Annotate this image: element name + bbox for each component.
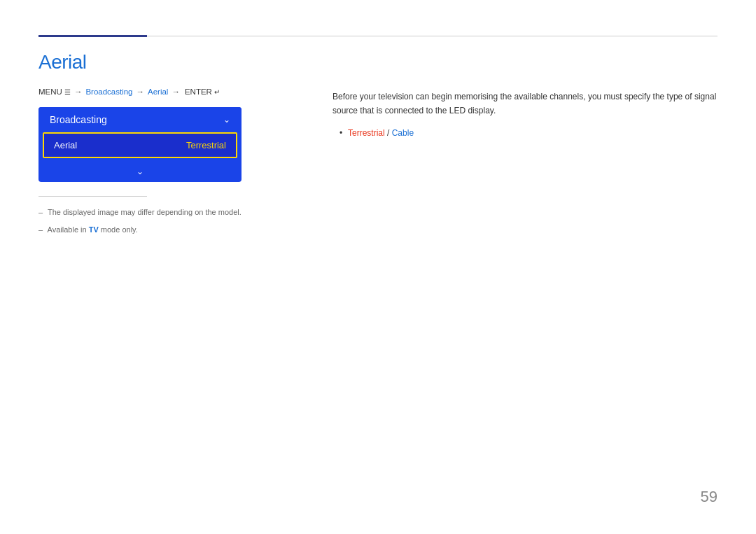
note-1: – The displayed image may differ dependi…	[38, 206, 304, 218]
bullet-list: Terrestrial / Cable	[332, 127, 718, 140]
enter-icon: ↵	[214, 88, 220, 96]
note-dash-1: –	[38, 208, 43, 216]
bullet-cable: Cable	[392, 128, 414, 138]
ui-panel-footer: ⌄	[38, 164, 241, 182]
breadcrumb-broadcasting: Broadcasting	[85, 87, 132, 96]
note-dash-2: –	[38, 225, 43, 234]
menu-icon: ☰	[64, 88, 71, 96]
chevron-down-icon: ⌄	[136, 167, 144, 176]
breadcrumb-arrow-2: →	[136, 87, 145, 96]
top-line-dark	[38, 35, 147, 37]
note-2-after: mode only.	[99, 225, 138, 234]
bullet-slash: /	[385, 128, 392, 138]
ui-item-label: Aerial	[54, 140, 77, 150]
ui-panel: Broadcasting ⌄ Aerial Terrestrial ⌄	[38, 107, 241, 182]
ui-item-value: Terrestrial	[186, 140, 226, 150]
breadcrumb-arrow-1: →	[74, 87, 83, 96]
breadcrumb-arrow-3: →	[172, 87, 180, 96]
left-column: Aerial MENU ☰ → Broadcasting → Aerial → …	[38, 51, 304, 241]
page-container: Aerial MENU ☰ → Broadcasting → Aerial → …	[0, 0, 756, 534]
note-2-before: Available in	[48, 225, 89, 234]
page-number: 59	[701, 488, 718, 506]
breadcrumb: MENU ☰ → Broadcasting → Aerial → ENTER ↵	[38, 87, 304, 96]
breadcrumb-enter-label: ENTER	[185, 87, 212, 96]
top-dividers	[38, 35, 718, 37]
bullet-terrestrial: Terrestrial	[348, 128, 385, 138]
right-column: Before your television can begin memoris…	[332, 51, 718, 241]
ui-panel-item[interactable]: Aerial Terrestrial	[43, 132, 237, 158]
bullet-item: Terrestrial / Cable	[340, 127, 718, 140]
description-text: Before your television can begin memoris…	[332, 90, 718, 118]
note-2-highlight: TV	[89, 225, 99, 234]
top-line-light	[147, 36, 718, 36]
panel-separator	[38, 196, 147, 197]
ui-panel-header: Broadcasting ⌄	[38, 107, 241, 132]
note-2: – Available in TV mode only.	[38, 224, 304, 236]
page-title: Aerial	[38, 51, 304, 73]
ui-panel-title: Broadcasting	[50, 114, 107, 125]
breadcrumb-aerial: Aerial	[148, 87, 168, 96]
breadcrumb-menu-label: MENU	[38, 87, 62, 96]
chevron-up-icon: ⌄	[223, 115, 230, 125]
note-1-text: The displayed image may differ depending…	[48, 208, 241, 216]
content-wrapper: Aerial MENU ☰ → Broadcasting → Aerial → …	[38, 51, 718, 241]
